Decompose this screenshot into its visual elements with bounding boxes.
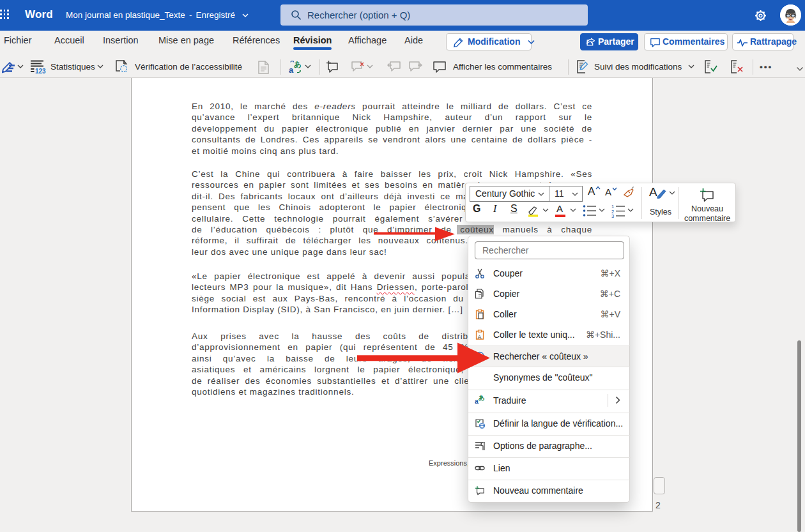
svg-text:123: 123 bbox=[35, 68, 46, 73]
svg-text:あ: あ bbox=[479, 394, 485, 401]
svg-text:A: A bbox=[478, 334, 482, 340]
svg-text:a: a bbox=[289, 65, 294, 73]
svg-text:a: a bbox=[475, 398, 479, 404]
svg-text:3: 3 bbox=[611, 213, 614, 218]
svg-text:あ: あ bbox=[294, 61, 302, 68]
